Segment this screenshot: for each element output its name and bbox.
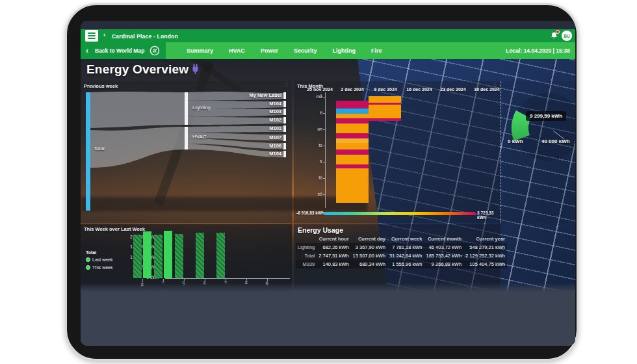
status-strip (81, 21, 575, 29)
heatmap-cell[interactable] (336, 109, 369, 114)
back-label: Back to World Map (95, 47, 144, 54)
bar-last-week-to[interactable] (196, 233, 204, 278)
axis-tick (184, 279, 185, 281)
bar-last-week-må[interactable] (133, 235, 142, 278)
table-row[interactable]: Total 2 747,51 kWh 13 507,00 kWh 31 242,… (296, 252, 507, 260)
heatmap-cell[interactable] (336, 138, 369, 143)
notifications-bell-icon[interactable] (550, 31, 558, 40)
sankey-leaf-label[interactable]: M103 (244, 109, 281, 114)
cell: 140,83 kWh (317, 260, 350, 268)
heatmap-cell[interactable] (369, 105, 401, 118)
app-screen: ‹ Cardinal Place - London BU ‹ Back to W… (81, 21, 575, 346)
tab-lighting[interactable]: Lighting (332, 47, 356, 54)
gauge-chart[interactable] (502, 81, 575, 223)
back-chevron-icon: ‹ (86, 47, 88, 55)
axis-tick (163, 279, 164, 281)
panel-title: Energy Usage (298, 226, 343, 234)
tab-fire[interactable]: Fire (371, 47, 382, 54)
user-avatar[interactable]: BU (562, 31, 572, 41)
axis-tick (267, 279, 268, 281)
back-to-world-map-button[interactable]: ‹ Back to World Map (81, 42, 166, 59)
row-label: M109 (296, 260, 317, 268)
cell: 548 279,21 kWh (463, 243, 507, 252)
cell: 9 266,88 kWh (424, 260, 463, 268)
gauge-min-label: 0 kWh (508, 138, 523, 144)
local-time: Local: 14.04.2020 | 15:38 (506, 42, 570, 59)
row-label: Total (296, 252, 317, 260)
bottom-blank-area (81, 292, 575, 346)
energy-usage-panel: Energy Usage Current hour Current day Cu… (294, 224, 500, 292)
heatmap-cell[interactable] (369, 118, 401, 121)
notification-badge (556, 30, 560, 34)
sankey-leaf-label[interactable]: M102 (244, 117, 281, 123)
bar-this-week-må[interactable] (143, 231, 151, 278)
heatmap-cell[interactable] (369, 96, 401, 103)
bar-last-week-ti[interactable] (154, 235, 162, 278)
table-row[interactable]: M109 140,83 kWh 680,34 kWh 1 555,96 kWh … (296, 260, 507, 268)
cell: 105 404,75 kWh (463, 260, 507, 268)
cell: 3 367,90 kWh (351, 243, 387, 252)
cell: 7 781,18 kWh (387, 243, 424, 252)
gauge-max-label: 40 000 kWh (541, 138, 570, 144)
gauge-panel: 9 299,59 kWh 0 kWh 40 000 kWh (502, 81, 575, 223)
sankey-leaf-label[interactable]: M104 (244, 101, 281, 107)
column-header: Current year (463, 235, 507, 243)
week-bar-plot: må ti on to fr lö sö (81, 224, 292, 292)
axis-tick (226, 279, 226, 281)
heatmap-legend-max: 3 723,33 kWh (477, 211, 500, 220)
heatmap-cell[interactable] (336, 118, 369, 124)
week-comparison-panel: This Week over Last Week 2 000 000 kWh 1… (81, 224, 292, 292)
bar-this-week-ti[interactable] (164, 231, 172, 278)
breadcrumb-back-icon[interactable]: ‹ (103, 31, 105, 38)
sankey-node-lighting[interactable]: Lighting (192, 105, 211, 110)
heatmap-cell[interactable] (336, 143, 369, 150)
breadcrumb: Cardinal Place - London (112, 33, 178, 40)
sankey-node-hvac[interactable]: HVAC (192, 134, 207, 140)
tab-summary[interactable]: Summary (187, 47, 213, 54)
column-header: Current week (387, 235, 424, 243)
tab-security[interactable]: Security (294, 47, 317, 54)
sankey-leaf-label[interactable]: M104 (244, 151, 281, 157)
heatmap-cell[interactable] (336, 114, 369, 118)
heatmap-cell[interactable] (336, 150, 369, 155)
row-label: Lighting (296, 243, 317, 252)
dashboard-area: Energy Overview Previous week ⋮ (81, 59, 575, 292)
heatmap-legend-min: -6 916,83 kWh (296, 211, 324, 215)
nav-bar: ‹ Back to World Map Summary HVAC Power S… (81, 42, 575, 59)
heatmap-columns (294, 81, 500, 223)
this-month-panel: This Month ⋮ 25 nov 2024 2 dec 2024 9 de… (294, 81, 500, 223)
previous-week-panel: Previous week ⋮ (81, 81, 292, 223)
axis-tick (205, 279, 205, 281)
column-header: Current month (424, 235, 463, 243)
tablet-frame: ‹ Cardinal Place - London BU ‹ Back to W… (65, 3, 578, 361)
tab-hvac[interactable]: HVAC (229, 47, 245, 54)
heatmap-cell[interactable] (336, 124, 369, 133)
bar-last-week-on[interactable] (175, 234, 183, 278)
hamburger-menu-icon[interactable] (85, 30, 98, 42)
sankey-leaf-label[interactable]: M107 (244, 135, 281, 140)
sankey-leaf-label[interactable]: M106 (244, 143, 281, 149)
heatmap-cell[interactable] (336, 133, 369, 138)
heatmap-legend-gradient (324, 212, 476, 215)
heatmap-cell[interactable] (336, 155, 369, 164)
table-row[interactable]: Lighting 682,26 kWh 3 367,90 kWh 7 781,1… (296, 243, 507, 252)
scene-fade (81, 283, 575, 292)
heatmap-cell[interactable] (336, 168, 369, 203)
tab-power[interactable]: Power (261, 47, 278, 54)
cell: 13 507,00 kWh (351, 252, 387, 260)
table-header-row: Current hour Current day Current week Cu… (296, 235, 507, 243)
energy-usage-table: Current hour Current day Current week Cu… (296, 235, 507, 268)
sankey-leaf-label[interactable]: My New Label (244, 92, 281, 98)
heatmap-cell[interactable] (336, 101, 369, 109)
bar-last-week-fr[interactable] (216, 233, 225, 278)
cell: 2 747,51 kWh (317, 252, 350, 260)
brand-logo-icon (150, 46, 160, 56)
sankey-leaf-label[interactable]: M101 (244, 125, 281, 131)
column-header: Current hour (317, 235, 350, 243)
cell: 1 555,96 kWh (387, 260, 424, 268)
energy-plug-icon (192, 64, 198, 75)
axis-tick (246, 279, 247, 281)
cell: 185 753,42 kWh (424, 252, 463, 260)
sankey-node-total[interactable]: Total (94, 146, 105, 151)
cell: 682,26 kWh (317, 243, 350, 252)
